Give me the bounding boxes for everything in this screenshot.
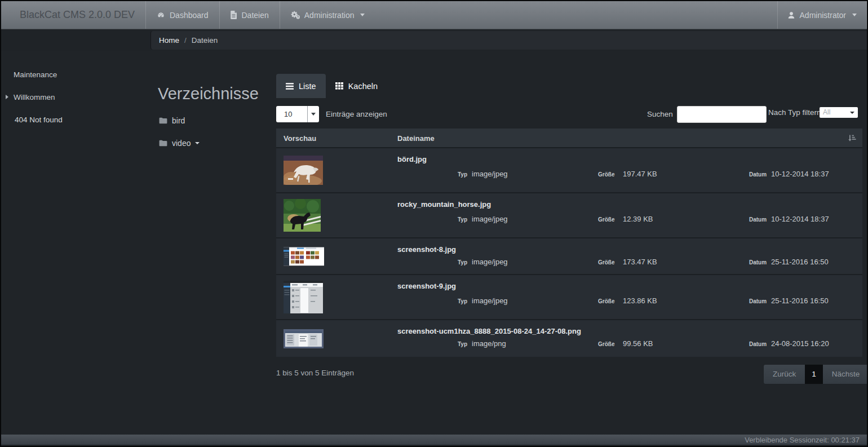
type-label: Typ — [458, 259, 467, 265]
type-filter-value: All — [823, 108, 830, 116]
date-value: 10-12-2014 18:37 — [771, 215, 829, 223]
pagination-page-1[interactable]: 1 — [805, 365, 823, 384]
size-value: 123.86 KB — [623, 296, 657, 305]
breadcrumb: Home / Dateien — [150, 31, 867, 50]
triangle-right-icon — [6, 95, 8, 99]
size-label: Größe — [598, 171, 614, 178]
thumbnail-image — [284, 199, 321, 232]
type-filter-label: Nach Typ filtern — [768, 108, 821, 117]
breadcrumb-separator: / — [184, 36, 187, 45]
table-row[interactable]: screenshot-8.jpg Typ image/jpeg Größe 17… — [276, 238, 862, 275]
brand-link[interactable]: BlackCat CMS 2.0.0 DEV — [1, 1, 145, 29]
date-value: 25-11-2016 16:50 — [771, 296, 829, 305]
select-caret-button — [307, 106, 319, 122]
session-statusbar: Verbleibende Sessionzeit: 00:21:37 — [1, 434, 867, 445]
file-icon — [231, 11, 237, 19]
gears-icon — [291, 11, 300, 19]
folder-icon — [159, 117, 167, 124]
pagination: Zurück 1 Nächste — [763, 364, 868, 384]
user-menu[interactable]: Administrator — [777, 1, 867, 29]
nav-item-label: Dateien — [242, 11, 269, 20]
size-label: Größe — [598, 259, 614, 265]
type-label: Typ — [458, 171, 467, 178]
date-label: Datum — [749, 259, 767, 265]
nav-item-label: Dashboard — [170, 11, 209, 20]
breadcrumb-home-link[interactable]: Home — [159, 36, 179, 45]
type-value: image/jpeg — [472, 170, 508, 178]
folder-icon — [159, 140, 167, 147]
column-header-vorschau[interactable]: Vorschau — [284, 129, 316, 148]
chevron-down-icon — [852, 14, 857, 16]
nav-item-dateien[interactable]: Dateien — [219, 1, 280, 29]
page-length-value: 10 — [284, 106, 292, 122]
file-name: rocky_mountain_horse.jpg — [397, 200, 491, 209]
directories-title: Verzeichnisse — [158, 85, 259, 103]
chevron-down-icon — [195, 142, 200, 144]
search-input[interactable] — [677, 106, 767, 123]
user-menu-label: Administrator — [800, 11, 846, 20]
file-table: Vorschau Dateiname börd.jpg Typ image/jp… — [276, 129, 862, 357]
table-row[interactable]: börd.jpg Typ image/jpeg Größe 197.47 KB … — [276, 148, 862, 193]
table-row[interactable]: rocky_mountain_horse.jpg Typ image/jpeg … — [276, 193, 862, 238]
view-tabs: Liste Kacheln — [276, 74, 387, 98]
date-value: 25-11-2016 16:50 — [771, 258, 829, 266]
sidebar-item-maintenance[interactable]: Maintenance — [14, 70, 57, 79]
nav-item-administration[interactable]: Administration — [280, 1, 376, 29]
chevron-down-icon — [311, 113, 316, 116]
file-name: börd.jpg — [397, 155, 427, 163]
column-header-dateiname[interactable]: Dateiname — [397, 129, 435, 148]
file-name: screenshot-9.jpg — [397, 282, 456, 290]
grid-icon — [335, 82, 343, 90]
sort-icon[interactable] — [848, 134, 856, 142]
nav-item-dashboard[interactable]: Dashboard — [145, 1, 219, 29]
app-window: BlackCat CMS 2.0.0 DEV Dashboard Dateien… — [0, 0, 868, 447]
user-icon — [787, 11, 795, 19]
page-length-select[interactable]: 10 — [276, 106, 319, 122]
list-icon — [286, 83, 294, 90]
pagination-next-button[interactable]: Nächste — [823, 365, 868, 384]
thumbnail-image — [284, 156, 323, 185]
pagination-prev-button[interactable]: Zurück — [764, 365, 805, 384]
type-filter-select[interactable]: All — [820, 107, 858, 118]
tab-label: Kacheln — [348, 82, 378, 91]
dashboard-icon — [157, 11, 165, 19]
date-label: Datum — [749, 216, 767, 223]
breadcrumb-current: Dateien — [192, 36, 218, 45]
folder-name: bird — [172, 116, 185, 125]
session-time-label: Verbleibende Sessionzeit: 00:21:37 — [745, 436, 860, 444]
tab-label: Liste — [299, 82, 316, 91]
chevron-down-icon — [360, 14, 365, 16]
date-label: Datum — [749, 341, 767, 347]
size-value: 99.56 KB — [623, 339, 653, 348]
date-value: 24-08-2015 16:20 — [771, 339, 829, 348]
table-header: Vorschau Dateiname — [276, 129, 862, 148]
type-value: image/jpeg — [472, 296, 508, 305]
type-label: Typ — [458, 341, 467, 347]
size-value: 197.47 KB — [623, 170, 657, 178]
size-label: Größe — [598, 298, 614, 304]
size-value: 173.47 KB — [623, 258, 657, 266]
date-label: Datum — [749, 298, 767, 304]
breadcrumb-bar: Home / Dateien — [1, 30, 867, 51]
sidebar-item-404-not-found[interactable]: 404 Not found — [15, 116, 63, 124]
thumbnail-image — [284, 329, 324, 348]
tab-liste[interactable]: Liste — [276, 74, 326, 98]
table-info: 1 bis 5 von 5 Einträgen — [276, 369, 354, 377]
date-label: Datum — [749, 171, 767, 178]
tab-kacheln[interactable]: Kacheln — [326, 74, 387, 98]
thumbnail-image — [284, 281, 323, 313]
folder-item-bird[interactable]: bird — [159, 116, 185, 125]
type-label: Typ — [458, 298, 467, 304]
table-row[interactable]: screenshot-ucm1hza_8888_2015-08-24_14-27… — [276, 320, 862, 357]
chevron-down-icon — [850, 112, 854, 114]
type-value: image/jpeg — [472, 215, 508, 223]
file-name: screenshot-ucm1hza_8888_2015-08-24_14-27… — [397, 327, 581, 335]
file-name: screenshot-8.jpg — [397, 245, 456, 254]
type-value: image/jpeg — [472, 258, 508, 266]
top-navbar: BlackCat CMS 2.0.0 DEV Dashboard Dateien… — [1, 1, 867, 29]
table-row[interactable]: screenshot-9.jpg Typ image/jpeg Größe 12… — [276, 275, 862, 320]
thumbnail-image — [284, 247, 324, 265]
sidebar-item-willkommen[interactable]: Willkommen — [14, 93, 55, 101]
page-length-label: Einträge anzeigen — [326, 110, 387, 118]
folder-item-video[interactable]: video — [159, 139, 200, 148]
